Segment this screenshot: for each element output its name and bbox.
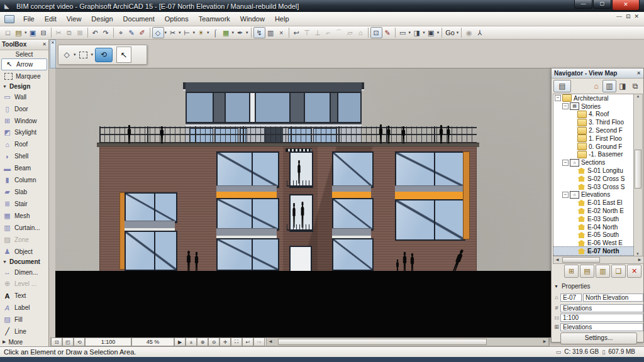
profile-manager-icon[interactable]: ⌠ xyxy=(210,28,221,38)
find-select-icon[interactable]: ⌖ xyxy=(116,28,126,38)
suspend-groups-icon[interactable]: ◇ xyxy=(152,27,164,38)
tool-fill[interactable]: ▨Fill xyxy=(0,314,48,326)
cut-icon[interactable]: ✂ xyxy=(53,28,64,38)
copy-icon[interactable]: ⧉ xyxy=(64,28,75,38)
tree-item-section[interactable]: S-03 Cross S xyxy=(553,183,635,191)
zoom-height-button[interactable]: ± xyxy=(186,337,197,346)
tree-item-elevation[interactable]: E-01 East El xyxy=(553,199,635,207)
tree-item-story[interactable]: 0. Ground F xyxy=(553,143,635,151)
selection-style-dropdown-icon[interactable]: ▾ xyxy=(74,52,76,57)
quick-options-dropdown-icon[interactable]: ▾ xyxy=(409,30,411,35)
view-id-field[interactable]: E-07 xyxy=(560,293,582,302)
rotate-icon[interactable]: ↩ xyxy=(291,28,302,38)
menu-file[interactable]: File xyxy=(18,13,40,25)
trim-dropdown-icon[interactable]: ▾ xyxy=(179,30,181,35)
delete-button[interactable]: ✕ xyxy=(627,265,641,278)
mirror-icon[interactable]: ⊤ xyxy=(302,28,313,38)
publisher-button[interactable]: ⧉ xyxy=(629,80,641,92)
clone-folder-button[interactable]: ▤ xyxy=(580,265,594,278)
multiply-icon[interactable]: ⌐ xyxy=(323,28,334,38)
tree-item-elevation-selected[interactable]: E-07 North xyxy=(553,247,635,255)
scroll-left-icon[interactable]: ◀ xyxy=(553,256,561,263)
tree-item-elevation[interactable]: E-05 South xyxy=(553,231,635,239)
new-folder-button[interactable]: ▥ xyxy=(596,265,610,278)
toolbox-design-section[interactable]: ▼ Design xyxy=(0,82,48,91)
quick-selection-toggle[interactable]: ⟲ xyxy=(95,48,113,62)
navigator-vertical-scrollbar[interactable]: ▲ ▼ xyxy=(633,94,643,256)
tree-item-elevation[interactable]: E-02 North E xyxy=(553,207,635,215)
tree-item-architectural[interactable]: −Architectural xyxy=(553,94,635,102)
zoom-out-button[interactable]: ⊖ xyxy=(208,337,219,346)
tool-marquee[interactable]: Marquee xyxy=(0,70,48,82)
scale-value[interactable]: 1:100 xyxy=(560,314,643,322)
suspend-groups-dropdown-icon[interactable]: ▾ xyxy=(165,30,167,35)
collapse-icon[interactable]: − xyxy=(562,160,569,166)
tree-item-elevations[interactable]: −⌂Elevations xyxy=(553,191,635,199)
tool-column[interactable]: ▮Column xyxy=(0,174,48,186)
menu-edit[interactable]: Edit xyxy=(40,13,62,25)
horizontal-scrollbar[interactable]: ◀ ▶ xyxy=(266,337,549,346)
model-view-options-button[interactable]: ⊡ xyxy=(51,337,62,346)
trim-icon[interactable]: ✂ xyxy=(167,28,178,38)
navigator-horizontal-scrollbar[interactable]: ◀ ▶ xyxy=(553,256,644,264)
tool-text[interactable]: AText xyxy=(0,290,48,302)
syringe-dropdown-icon[interactable]: ▾ xyxy=(246,30,248,35)
project-chooser-button[interactable]: ▤ xyxy=(553,80,571,92)
selection-style-icon[interactable]: ◇ xyxy=(60,48,73,61)
menu-document[interactable]: Document xyxy=(118,13,160,25)
collapse-icon[interactable]: − xyxy=(562,192,569,198)
arrow-cursor-button[interactable]: ↖ xyxy=(116,47,131,63)
menu-options[interactable]: Options xyxy=(160,13,194,25)
view-settings-icon[interactable]: ◨ xyxy=(411,28,422,38)
zoom-in-button[interactable]: ⊕ xyxy=(197,337,208,346)
tool-line[interactable]: ╱Line xyxy=(0,326,48,337)
menu-view[interactable]: View xyxy=(62,13,87,25)
tool-arrow[interactable]: ↖ Arrow xyxy=(1,58,47,70)
go-dropdown-icon[interactable]: ▾ xyxy=(457,30,459,35)
tree-item-elevation[interactable]: E-04 North xyxy=(553,223,635,231)
tool-curtain-wall[interactable]: ▥Curtain... xyxy=(0,222,48,234)
close-button[interactable]: ✕ xyxy=(612,0,640,11)
next-zoom-button[interactable]: ↪ xyxy=(253,337,265,346)
tool-beam[interactable]: ▬Beam xyxy=(0,162,48,174)
sun-study-icon[interactable]: ☀ xyxy=(196,28,206,38)
tool-zone[interactable]: ▨Zone xyxy=(0,234,48,246)
tool-window[interactable]: ⊞Window xyxy=(0,115,48,127)
toolbox-document-section[interactable]: ▼ Document xyxy=(0,258,48,266)
tree-item-section[interactable]: S-02 Cross S xyxy=(553,175,635,183)
properties-header[interactable]: ▼ Properties xyxy=(554,283,591,290)
tool-roof[interactable]: ⌂Roof xyxy=(0,138,48,150)
open-dropdown-icon[interactable]: ▾ xyxy=(25,30,27,35)
view-name-field[interactable]: North Elevation xyxy=(583,293,643,302)
collapse-icon[interactable]: − xyxy=(562,103,569,109)
scroll-up-icon[interactable]: ▲ xyxy=(636,94,640,98)
view-settings-dropdown-icon[interactable]: ▾ xyxy=(423,30,425,35)
layers-icon[interactable]: ▦ xyxy=(221,28,231,38)
project-map-button[interactable]: ⌂ xyxy=(590,80,602,92)
pickup-parameters-icon[interactable]: ✎ xyxy=(126,28,137,38)
elevate-icon[interactable]: ⊥ xyxy=(313,28,323,38)
tool-skylight[interactable]: ◩Skylight xyxy=(0,126,48,138)
pen-set-icon[interactable]: ✎ xyxy=(382,28,393,38)
home-story-icon[interactable]: ⌂ xyxy=(355,28,366,38)
column-display-icon[interactable]: ▥ xyxy=(265,28,276,38)
tool-object[interactable]: ♟Object xyxy=(0,246,48,258)
scrollbar-thumb[interactable] xyxy=(278,339,487,345)
tool-slab[interactable]: ▰Slab xyxy=(0,186,48,198)
scroll-right-icon[interactable]: ▶ xyxy=(541,338,548,344)
syringe-icon[interactable]: ✒ xyxy=(235,28,245,38)
mdi-close-button[interactable]: ✕ xyxy=(634,13,639,19)
fillet-icon[interactable]: ⌒ xyxy=(334,28,345,38)
walk-mode-icon[interactable]: ⅄ xyxy=(474,28,485,38)
layouts-icon[interactable]: ▣ xyxy=(426,28,436,38)
tree-item-story[interactable]: 1. First Floo xyxy=(553,134,635,143)
tool-level-dimension[interactable]: ⊕Level ... xyxy=(0,278,48,290)
toolbox-close-icon[interactable]: ✕ xyxy=(42,41,47,47)
layers-dropdown-icon[interactable]: ▾ xyxy=(232,30,235,35)
sun-dropdown-icon[interactable]: ▾ xyxy=(207,30,209,35)
tree-item-elevation[interactable]: E-03 South xyxy=(553,215,635,223)
layout-book-button[interactable]: ◨ xyxy=(616,80,629,92)
menu-design[interactable]: Design xyxy=(86,13,118,25)
scrollbar-thumb[interactable] xyxy=(562,257,600,263)
scroll-left-icon[interactable]: ◀ xyxy=(267,338,274,344)
